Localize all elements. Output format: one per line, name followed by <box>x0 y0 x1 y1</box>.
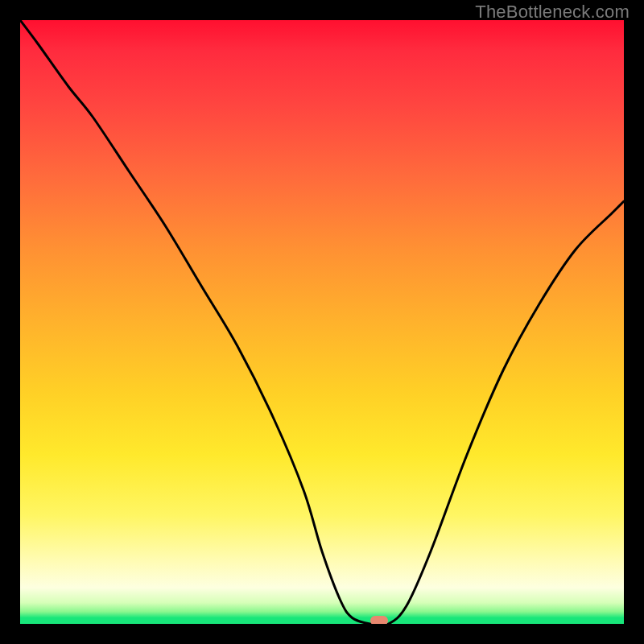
bottleneck-curve <box>20 20 624 624</box>
chart-frame <box>12 12 632 632</box>
plot-area <box>20 20 624 624</box>
